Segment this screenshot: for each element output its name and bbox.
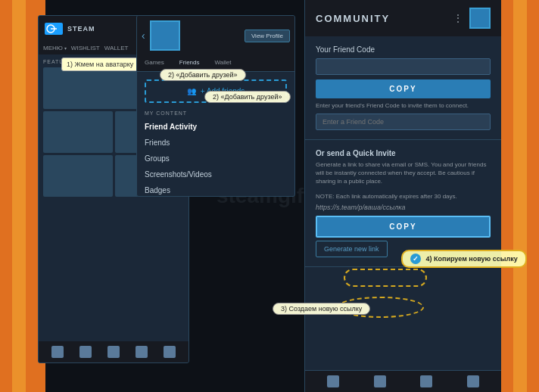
step2-annotation: 2) «Добавить друзей» [204, 91, 291, 103]
nav-wishlist[interactable]: WISHLIST [71, 45, 100, 51]
community-bottom-navigation [305, 370, 501, 392]
profile-avatar[interactable] [150, 20, 180, 51]
quick-invite-title: Or send a Quick Invite [316, 149, 491, 157]
invite-hint: Enter your friend's Friend Code to invit… [316, 102, 491, 109]
bottom-nav-tag-icon[interactable] [51, 346, 64, 358]
steam-logo [45, 23, 63, 35]
bottom-nav-bell-icon[interactable] [136, 346, 148, 358]
friend-code-label: Your Friend Code [316, 45, 491, 54]
steam-bottom-navigation [39, 341, 188, 362]
content-item-friend-activity[interactable]: Friend Activity [137, 119, 294, 135]
add-friends-icon: 👥 [187, 87, 196, 95]
friend-code-input[interactable] [316, 58, 491, 75]
step3-annotation: 3) Создаем новую ссылку [273, 303, 370, 315]
content-item-badges[interactable]: Badges [137, 182, 294, 197]
nav-wallet[interactable]: WALLET [104, 45, 129, 51]
enter-friend-code-input[interactable] [316, 114, 491, 130]
friend-code-section: Your Friend Code COPY Enter your friend'… [305, 36, 501, 140]
bottom-nav-list-icon[interactable] [79, 346, 92, 358]
community-nav-trophy-icon[interactable] [420, 375, 432, 387]
community-header-right: ⋮ [453, 8, 491, 29]
featured-item-3 [43, 155, 113, 197]
community-title: COMMUNITY [316, 13, 390, 24]
step4-annotation: ✓ 4) Копируем новую ссылку [401, 250, 527, 268]
note-text: NOTE: Each link automatically expires af… [316, 192, 491, 201]
view-profile-button[interactable]: View Profile [245, 30, 290, 42]
bottom-nav-trophy-icon[interactable] [107, 346, 120, 358]
profile-popup: ‹ View Profile Games Friends Wallet 2) «… [136, 15, 295, 197]
generate-new-link-button[interactable]: Generate new link [316, 241, 388, 257]
my-content-label: MY CONTENT [137, 110, 294, 119]
content-item-screenshots[interactable]: Screenshots/Videos [137, 166, 294, 182]
bottom-nav-menu-icon[interactable] [164, 346, 176, 358]
steam-title-text: STEAM [67, 25, 95, 33]
community-header: COMMUNITY ⋮ [305, 0, 501, 36]
content-item-friends[interactable]: Friends [137, 135, 294, 151]
copy-invite-link-button[interactable]: COPY [316, 216, 491, 238]
invite-link-url: https://s.team/p/ваша/ссылка [316, 204, 491, 211]
community-nav-tag-icon[interactable] [327, 375, 339, 387]
back-button[interactable]: ‹ [142, 30, 145, 42]
featured-item-1 [43, 111, 113, 153]
community-nav-list-icon[interactable] [374, 375, 386, 387]
community-panel: COMMUNITY ⋮ Your Friend Code COPY Enter … [304, 0, 501, 392]
nav-menu[interactable]: МЕНЮ ▾ [43, 45, 67, 51]
community-nav-bell-icon[interactable] [467, 375, 479, 387]
community-more-icon[interactable]: ⋮ [453, 12, 463, 24]
tooltip-click-avatar: 1) Жмем на аватарку [61, 58, 139, 71]
check-icon: ✓ [410, 254, 421, 264]
profile-header: ‹ View Profile [137, 16, 294, 55]
quick-invite-description: Generate a link to share via email or SM… [316, 160, 491, 186]
quick-invite-section: Or send a Quick Invite Generate a link t… [305, 140, 501, 267]
copy-link-oval [344, 269, 427, 287]
content-item-groups[interactable]: Groups [137, 151, 294, 166]
copy-friend-code-button[interactable]: COPY [316, 79, 491, 98]
tooltip-add-friends: 2) «Добавить друзей» [160, 69, 246, 81]
community-avatar[interactable] [469, 8, 491, 29]
